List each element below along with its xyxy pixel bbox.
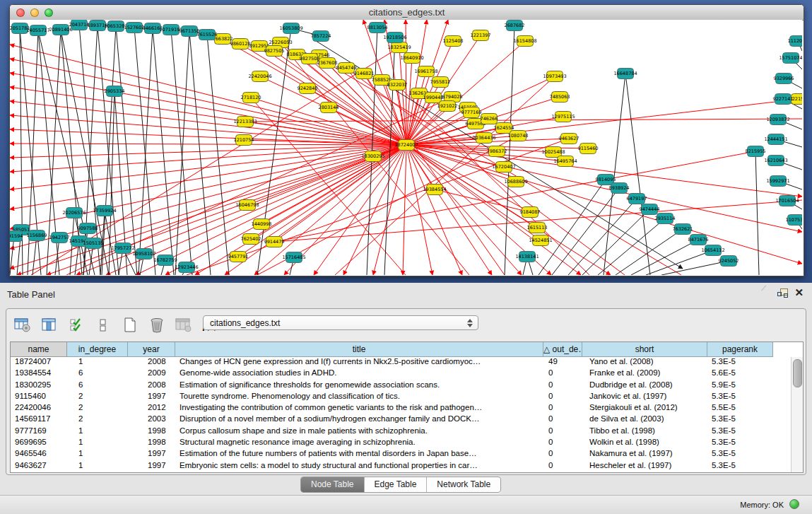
row-options-icon[interactable]	[94, 316, 112, 334]
column-header-4[interactable]: title	[175, 342, 543, 357]
graph-node-selected[interactable]: 7485063	[550, 92, 570, 103]
column-header-6[interactable]: short	[582, 342, 707, 357]
graph-node[interactable]: 7615526	[197, 30, 218, 40]
graph-node[interactable]: 7857224	[311, 31, 331, 42]
graph-node-selected[interactable]: 1921022	[437, 101, 458, 112]
tab-node-table[interactable]: Node Table	[301, 477, 365, 492]
graph-node[interactable]: 16053809	[279, 23, 302, 34]
graph-node[interactable]: 17016504	[775, 196, 799, 206]
graph-node[interactable]: 10958107	[132, 249, 155, 259]
graph-node-selected[interactable]: 12975115	[551, 112, 575, 122]
selected-edge[interactable]	[403, 145, 406, 275]
graph-node-selected[interactable]: 22420046	[248, 71, 271, 82]
table-row[interactable]: 911546021997Tourette syndrome. Phenomeno…	[11, 392, 791, 403]
graph-node[interactable]: 14138141	[515, 252, 539, 262]
table-settings-icon[interactable]	[13, 316, 32, 334]
edge[interactable]	[10, 236, 14, 275]
column-header-1[interactable]: name	[11, 342, 67, 357]
graph-node[interactable]: 9329966	[774, 74, 794, 84]
memory-ok-led-icon[interactable]	[789, 499, 799, 509]
graph-node[interactable]: 1112047	[788, 36, 802, 47]
window-titlebar[interactable]: citations_edges.txt	[10, 5, 804, 21]
graph-node-selected[interactable]: 18640910	[400, 53, 423, 64]
graph-node-selected[interactable]: 746266	[481, 114, 498, 124]
graph-node[interactable]: 20206576	[62, 208, 86, 218]
column-header-5[interactable]: △ out_de…	[543, 342, 582, 357]
table-row[interactable]: 1872400712008Changes of HCN gene express…	[11, 357, 791, 368]
graph-node[interactable]: 8471676	[688, 235, 709, 245]
graph-node[interactable]: 6479197	[627, 194, 647, 204]
selected-edge[interactable]	[314, 145, 406, 275]
graph-node-selected[interactable]: 9457791	[228, 252, 249, 262]
network-canvas[interactable]: 1872400776638229860128891295425226053982…	[10, 20, 802, 275]
table-row[interactable]: 2242004622012Investigating the contribut…	[11, 403, 791, 414]
graph-node[interactable]: 2935114	[655, 214, 676, 224]
graph-node[interactable]: 9227141	[773, 94, 794, 105]
edge[interactable]	[175, 31, 189, 275]
graph-node[interactable]: 9097588	[78, 223, 98, 234]
selected-edge[interactable]	[254, 145, 406, 275]
resize-grip-icon[interactable]: ⟋	[761, 284, 768, 291]
graph-node[interactable]: 16782759	[153, 255, 177, 266]
tab-network-table[interactable]: Network Table	[427, 477, 500, 492]
edge[interactable]	[153, 28, 174, 275]
selected-edge[interactable]	[10, 144, 406, 145]
graph-node-selected[interactable]: 16720407	[492, 162, 515, 173]
vertical-scrollbar[interactable]	[791, 357, 803, 472]
edge[interactable]	[755, 151, 759, 275]
selected-edge[interactable]	[10, 145, 406, 249]
graph-node[interactable]: 8938924	[609, 183, 630, 194]
graph-node[interactable]: 2905334	[105, 86, 125, 97]
graph-node[interactable]: 8813054	[367, 23, 388, 33]
graph-node-selected[interactable]: 7986372	[487, 146, 507, 157]
graph-node-selected[interactable]: 7625402	[241, 234, 261, 245]
selected-edge[interactable]	[406, 145, 802, 264]
graph-node-selected[interactable]: 9115460	[578, 144, 599, 154]
graph-node[interactable]: 1942757	[49, 233, 70, 243]
graph-node-selected[interactable]: 2718120	[241, 93, 261, 103]
table-row[interactable]: 1456911722003Disruption of a novel membe…	[11, 414, 791, 426]
graph-node-selected[interactable]: 14524851	[529, 235, 552, 246]
graph-node[interactable]: 12923446	[175, 262, 198, 273]
select-columns-icon[interactable]	[67, 316, 86, 334]
edge[interactable]	[98, 25, 119, 275]
edge[interactable]	[139, 28, 153, 275]
graph-node-selected[interactable]: 7955812	[430, 77, 451, 88]
graph-node[interactable]: 19218506	[383, 33, 406, 43]
graph-node[interactable]: 17359924	[93, 206, 116, 216]
graph-node-selected[interactable]: 12213383	[233, 117, 257, 127]
graph-node[interactable]: 15716485	[282, 252, 305, 263]
show-column-icon[interactable]	[40, 316, 59, 334]
graph-node[interactable]: 1505135	[83, 238, 104, 249]
new-table-icon[interactable]	[121, 316, 139, 334]
graph-node-selected[interactable]: 1125408	[443, 36, 464, 47]
selected-edge[interactable]	[406, 145, 553, 152]
close-panel-icon[interactable]: ✕	[794, 288, 804, 298]
graph-node[interactable]: 17957272	[111, 243, 134, 254]
graph-node-selected[interactable]: 18724007	[394, 140, 418, 151]
table-row[interactable]: 946362711997Embryonic stem cells: a mode…	[11, 461, 791, 472]
graph-node[interactable]: 391594	[10, 231, 23, 242]
table-row[interactable]: 946554611997Estimation of the future num…	[11, 449, 791, 460]
scrollbar-thumb[interactable]	[793, 359, 802, 387]
edge[interactable]	[116, 26, 137, 275]
selected-edge[interactable]	[10, 101, 406, 145]
table-row[interactable]: 977716911998Corpus callosum shape and si…	[11, 426, 791, 438]
delete-table-icon[interactable]	[148, 316, 166, 334]
graph-node-selected[interactable]: 2367608	[317, 58, 338, 69]
edge[interactable]	[539, 180, 606, 275]
graph-node[interactable]: 16210643	[764, 156, 787, 166]
graph-node-selected[interactable]: 10688609	[504, 177, 527, 187]
graph-node-selected[interactable]: 9242848	[298, 83, 318, 94]
graph-node-selected[interactable]: 1615113	[527, 223, 548, 233]
graph-node[interactable]: 9245052	[719, 256, 739, 267]
tab-edge-table[interactable]: Edge Table	[365, 477, 428, 492]
column-header-3[interactable]: year	[128, 342, 175, 357]
graph-node[interactable]: 15992971	[766, 176, 789, 187]
graph-node-selected[interactable]: 16495764	[553, 156, 577, 167]
graph-node[interactable]: 1527602	[124, 23, 145, 33]
column-header-2[interactable]: in_degree	[67, 342, 128, 357]
graph-node[interactable]: 1156869	[27, 230, 47, 241]
graph-node-selected[interactable]: 9827505	[264, 46, 285, 57]
graph-node-selected[interactable]: 18300295	[361, 151, 384, 162]
